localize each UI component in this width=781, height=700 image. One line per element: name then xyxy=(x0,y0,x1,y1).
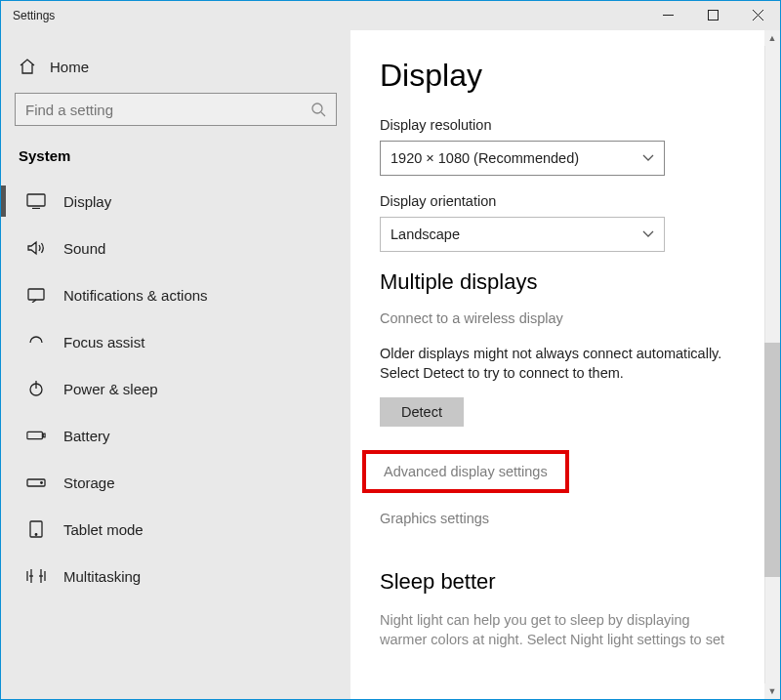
orientation-value: Landscape xyxy=(390,226,460,242)
sidebar-item-sound[interactable]: Sound xyxy=(15,225,337,271)
multitasking-icon xyxy=(26,568,46,584)
orientation-select[interactable]: Landscape xyxy=(380,217,665,252)
sidebar-item-label: Storage xyxy=(63,474,115,491)
home-button[interactable]: Home xyxy=(15,48,337,89)
notifications-icon xyxy=(26,287,46,303)
scroll-up-arrow[interactable]: ▲ xyxy=(764,30,780,46)
focus-assist-icon xyxy=(26,333,46,350)
detect-description: Older displays might not always connect … xyxy=(380,344,731,384)
maximize-button[interactable] xyxy=(690,1,735,30)
window-controls xyxy=(645,1,780,30)
sidebar-item-label: Display xyxy=(63,193,111,210)
svg-rect-12 xyxy=(43,433,45,437)
advanced-display-link[interactable]: Advanced display settings xyxy=(362,450,569,493)
search-box[interactable] xyxy=(15,93,337,126)
sidebar: Home System Display xyxy=(1,30,350,699)
resolution-label: Display resolution xyxy=(380,117,757,133)
multiple-displays-heading: Multiple displays xyxy=(380,269,757,295)
close-button[interactable] xyxy=(735,1,780,30)
sidebar-item-label: Multitasking xyxy=(63,568,141,585)
home-icon xyxy=(19,58,36,75)
svg-rect-11 xyxy=(27,432,42,438)
sidebar-item-display[interactable]: Display xyxy=(15,178,337,225)
scrollbar[interactable]: ▲ ▼ xyxy=(764,30,780,699)
scrollbar-thumb[interactable] xyxy=(764,343,780,577)
storage-icon xyxy=(26,475,46,489)
sleep-better-heading: Sleep better xyxy=(380,569,757,595)
svg-rect-1 xyxy=(708,11,718,21)
graphics-settings-link[interactable]: Graphics settings xyxy=(380,511,757,526)
page-title: Display xyxy=(380,58,757,94)
main-content: Display Display resolution 1920 × 1080 (… xyxy=(350,30,780,699)
sleep-description: Night light can help you get to sleep by… xyxy=(380,610,731,650)
sound-icon xyxy=(26,240,46,256)
sidebar-item-label: Battery xyxy=(63,428,110,444)
svg-point-16 xyxy=(35,534,37,536)
battery-icon xyxy=(26,429,46,442)
sidebar-item-notifications[interactable]: Notifications & actions xyxy=(15,271,337,318)
sidebar-item-focus-assist[interactable]: Focus assist xyxy=(15,318,337,365)
search-input[interactable] xyxy=(25,102,310,118)
sidebar-item-label: Tablet mode xyxy=(63,521,144,538)
detect-button[interactable]: Detect xyxy=(380,397,464,427)
svg-rect-6 xyxy=(27,194,45,206)
tablet-icon xyxy=(26,520,46,538)
sidebar-item-label: Focus assist xyxy=(63,334,144,350)
chevron-down-icon xyxy=(642,154,654,162)
svg-rect-8 xyxy=(28,289,44,300)
sidebar-item-tablet-mode[interactable]: Tablet mode xyxy=(15,506,337,553)
titlebar: Settings xyxy=(1,1,780,30)
minimize-button[interactable] xyxy=(645,1,690,30)
sidebar-item-power-sleep[interactable]: Power & sleep xyxy=(15,365,337,412)
sidebar-item-label: Sound xyxy=(63,240,105,257)
sidebar-section-label: System xyxy=(15,144,337,178)
resolution-value: 1920 × 1080 (Recommended) xyxy=(390,150,579,166)
power-icon xyxy=(26,380,46,397)
sidebar-item-storage[interactable]: Storage xyxy=(15,459,337,506)
sidebar-item-label: Notifications & actions xyxy=(63,287,208,304)
search-icon xyxy=(310,102,326,117)
sidebar-nav: Display Sound Notifications & actions xyxy=(15,178,337,599)
home-label: Home xyxy=(50,59,89,75)
sidebar-item-battery[interactable]: Battery xyxy=(15,412,337,459)
svg-line-5 xyxy=(321,112,325,116)
sidebar-item-label: Power & sleep xyxy=(63,381,158,397)
scroll-down-arrow[interactable]: ▼ xyxy=(764,683,780,699)
svg-point-14 xyxy=(41,482,43,484)
orientation-label: Display orientation xyxy=(380,193,757,209)
window-title: Settings xyxy=(1,9,55,22)
display-icon xyxy=(26,193,46,209)
chevron-down-icon xyxy=(642,230,654,238)
resolution-select[interactable]: 1920 × 1080 (Recommended) xyxy=(380,141,665,176)
sidebar-item-multitasking[interactable]: Multitasking xyxy=(15,553,337,599)
svg-point-4 xyxy=(312,103,322,113)
connect-wireless-link[interactable]: Connect to a wireless display xyxy=(380,310,757,326)
